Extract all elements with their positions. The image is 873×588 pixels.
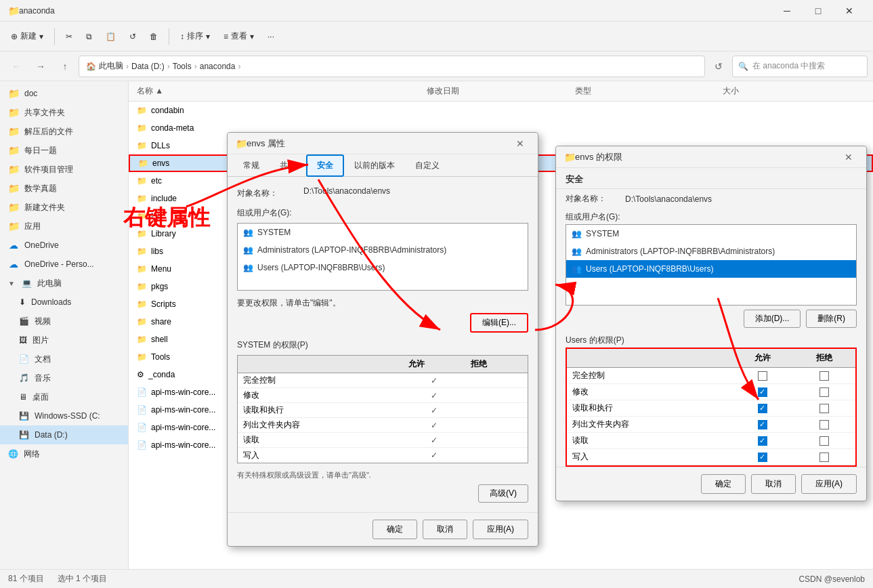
tab-previous[interactable]: 以前的版本	[344, 154, 405, 176]
tab-security[interactable]: 安全	[306, 154, 344, 177]
dialog-folder-icon: 📁	[236, 138, 247, 149]
rights-row: 写入	[567, 449, 855, 465]
perm-row: 修改 ✓	[238, 388, 528, 403]
allow-checkbox[interactable]	[758, 404, 767, 413]
annotation-text: 右键属性	[123, 203, 210, 233]
perms-section-title: 安全	[556, 168, 866, 189]
rights-row: 修改	[567, 384, 855, 400]
dialog-title: envs 属性	[247, 138, 511, 150]
perms-add-remove: 添加(D)... 删除(R)	[556, 306, 866, 332]
deny-checkbox[interactable]	[819, 420, 829, 429]
user-icon: 👥	[572, 229, 582, 238]
perm-row: 读取和执行 ✓	[238, 403, 528, 418]
perms-dialog-icon: 📁	[564, 152, 575, 163]
perms-user-users[interactable]: 👥 Users (LAPTOP-INQF8BRB\Users)	[566, 260, 856, 278]
add-button[interactable]: 添加(D)...	[744, 310, 801, 328]
deny-checkbox[interactable]	[819, 436, 829, 446]
perms-dialog-title: envs 的权限	[575, 151, 839, 163]
perms-ok-button[interactable]: 确定	[701, 474, 746, 494]
perms-rights-table: 允许 拒绝 完全控制 修改 读取和执行 列出文件夹内容	[566, 348, 857, 467]
dialog-tabs: 常规 共享 安全 以前的版本 自定义	[228, 154, 538, 177]
tab-share[interactable]: 共享	[270, 154, 306, 176]
dialog-titlebar: 📁 envs 属性 ✕	[228, 133, 538, 154]
allow-checkbox[interactable]	[758, 436, 767, 446]
advanced-btn-row: 高级(V)	[237, 484, 528, 503]
perms-group-label: 组或用户名(G):	[556, 209, 866, 224]
user-icon: 👥	[243, 263, 253, 272]
tab-general[interactable]: 常规	[233, 154, 270, 176]
user-icon: 👥	[243, 245, 253, 255]
edit-btn-row: 编辑(E)...	[237, 313, 528, 333]
apply-button[interactable]: 应用(A)	[473, 520, 528, 539]
perms-dialog-titlebar: 📁 envs 的权限 ✕	[556, 146, 866, 168]
allow-checkbox[interactable]	[758, 420, 767, 429]
deny-header: 拒绝	[465, 356, 528, 373]
user-icon: 👥	[572, 247, 582, 256]
rights-header: 允许 拒绝	[567, 349, 855, 368]
allow-checkbox[interactable]	[758, 371, 767, 381]
perms-object-value: D:\Tools\anaconda\envs	[625, 194, 712, 204]
user-users[interactable]: 👥 Users (LAPTOP-INQF8BRB\Users)	[238, 259, 528, 276]
dialog-body: 对象名称： D:\Tools\anaconda\envs 组或用户名(G): 👥…	[228, 177, 538, 512]
allow-header: 允许	[403, 356, 465, 373]
perms-user-admins[interactable]: 👥 Administrators (LAPTOP-INQF8BRB\Admini…	[566, 243, 856, 260]
perms-object-label: 对象名称：	[566, 193, 620, 205]
tab-custom[interactable]: 自定义	[405, 154, 450, 176]
perms-cancel-button[interactable]: 取消	[751, 474, 796, 494]
perms-dialog-close[interactable]: ✕	[839, 149, 858, 165]
object-value: D:\Tools\anaconda\envs	[303, 186, 390, 196]
edit-note: 要更改权限，请单击"编辑"。	[237, 297, 528, 309]
advanced-note: 有关特殊权限或高级设置，请单击"高级".	[237, 470, 528, 480]
dialog-overlay: 📁 envs 属性 ✕ 常规 共享 安全 以前的版本 自定义 对象名称： D:\…	[0, 0, 873, 588]
object-label: 对象名称：	[237, 186, 298, 199]
perms-header: 允许 拒绝	[238, 356, 528, 373]
deny-checkbox[interactable]	[819, 387, 829, 397]
rights-row: 读取	[567, 433, 855, 449]
deny-checkbox[interactable]	[819, 453, 829, 462]
object-name-field: 对象名称： D:\Tools\anaconda\envs	[237, 186, 528, 199]
edit-permissions-button[interactable]: 编辑(E)...	[470, 313, 528, 333]
perms-user-list: 👥 SYSTEM 👥 Administrators (LAPTOP-INQF8B…	[566, 224, 857, 306]
perms-label: SYSTEM 的权限(P)	[237, 339, 528, 351]
dialog-footer: 确定 取消 应用(A)	[228, 512, 538, 546]
perms-apply-button[interactable]: 应用(A)	[801, 474, 857, 494]
perm-row: 完全控制 ✓	[238, 373, 528, 388]
properties-dialog: 📁 envs 属性 ✕ 常规 共享 安全 以前的版本 自定义 对象名称： D:\…	[227, 132, 538, 547]
perms-object-field: 对象名称： D:\Tools\anaconda\envs	[556, 189, 866, 209]
perm-row: 写入 ✓	[238, 448, 528, 463]
perms-user-system[interactable]: 👥 SYSTEM	[566, 225, 856, 243]
perms-footer: 确定 取消 应用(A)	[556, 467, 866, 501]
user-administrators[interactable]: 👥 Administrators (LAPTOP-INQF8BRB\Admini…	[238, 241, 528, 259]
allow-checkbox[interactable]	[758, 453, 767, 462]
rights-row: 列出文件夹内容	[567, 417, 855, 433]
permissions-dialog: 📁 envs 的权限 ✕ 安全 对象名称： D:\Tools\anaconda\…	[555, 146, 867, 501]
allow-col-header: 允许	[731, 351, 794, 365]
user-list: 👥 SYSTEM 👥 Administrators (LAPTOP-INQF8B…	[237, 223, 528, 291]
rights-label: Users 的权限(P)	[556, 332, 866, 348]
perm-row: 读取 ✓	[238, 433, 528, 448]
user-icon: 👥	[243, 228, 253, 237]
user-system[interactable]: 👥 SYSTEM	[238, 224, 528, 241]
group-users-label: 组或用户名(G):	[237, 207, 528, 219]
deny-checkbox[interactable]	[819, 371, 829, 381]
perms-table: 允许 拒绝 完全控制 ✓ 修改 ✓ 读取和执行 ✓	[237, 355, 528, 463]
allow-checkbox[interactable]	[758, 387, 767, 397]
user-icon: 👥	[572, 264, 582, 274]
perm-row: 列出文件夹内容 ✓	[238, 418, 528, 433]
ok-button[interactable]: 确定	[372, 520, 417, 539]
rights-row: 读取和执行	[567, 400, 855, 417]
advanced-button[interactable]: 高级(V)	[478, 484, 528, 503]
deny-col-header: 拒绝	[793, 351, 855, 365]
dialog-close-button[interactable]: ✕	[511, 135, 530, 152]
remove-button[interactable]: 删除(R)	[806, 310, 857, 328]
rights-row: 完全控制	[567, 368, 855, 384]
deny-checkbox[interactable]	[819, 404, 829, 413]
cancel-button[interactable]: 取消	[423, 520, 467, 539]
